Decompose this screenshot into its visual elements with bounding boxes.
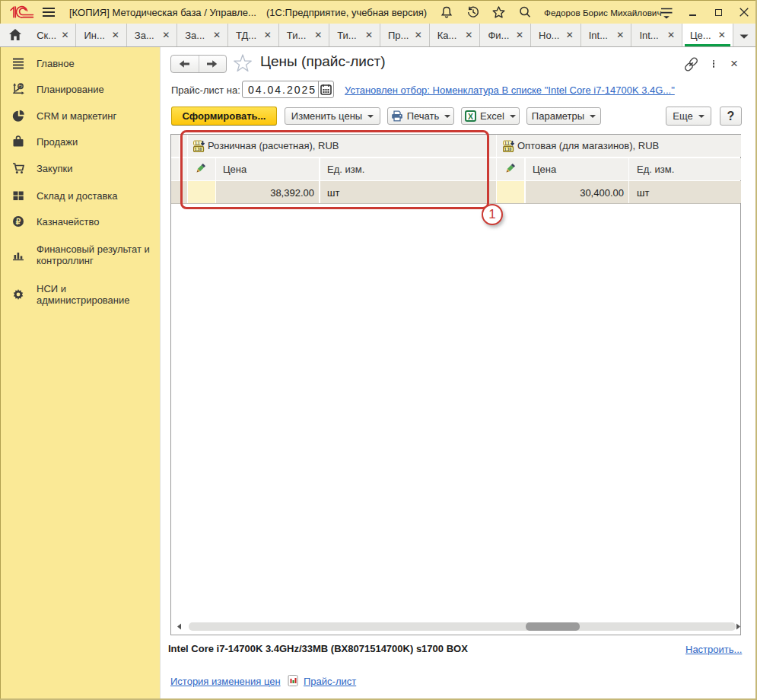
svg-text:1.10: 1.10	[504, 147, 512, 151]
svg-text:₽: ₽	[16, 218, 21, 226]
svg-text:X: X	[468, 112, 473, 121]
svg-text:1.1: 1.1	[504, 142, 510, 145]
